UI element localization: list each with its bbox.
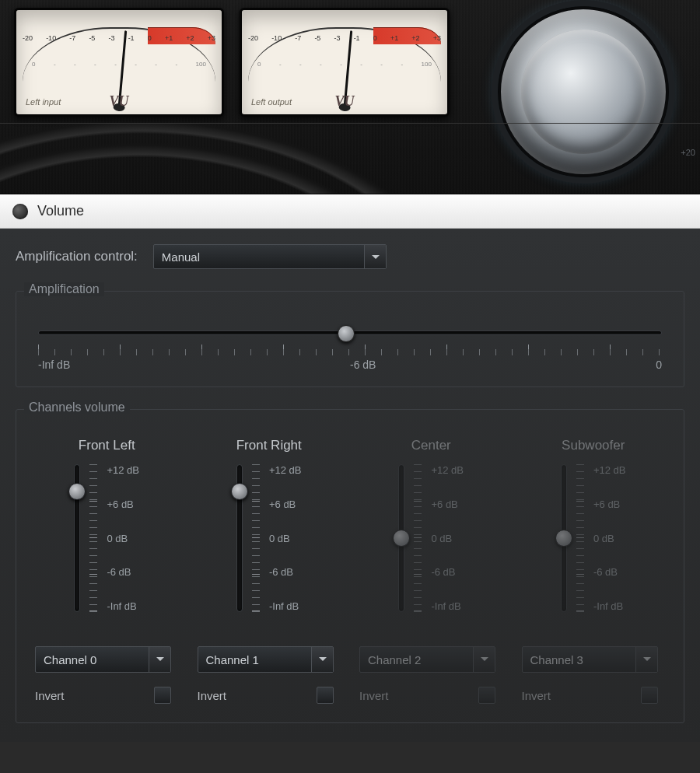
channel-0-select-value: Channel 0 xyxy=(44,653,96,666)
channel-0-invert-label: Invert xyxy=(35,689,65,702)
channels-group: Channels volume Front Left +12 dB+6 dB0 … xyxy=(16,409,684,723)
channel-3: Subwoofer +12 dB+6 dB0 dB-6 dB-Inf dB xyxy=(522,435,666,628)
chevron-down-icon xyxy=(473,647,495,672)
channel-0-name: Front Left xyxy=(79,438,135,453)
channels-group-title: Channels volume xyxy=(24,400,130,414)
channel-1-invert: Invert xyxy=(198,687,334,704)
channel-2-ticks xyxy=(414,464,422,612)
chevron-down-icon xyxy=(635,647,657,672)
channel-1: Front Right +12 dB+6 dB0 dB-6 dB-Inf dB xyxy=(198,435,341,628)
vu-right-label: VU xyxy=(334,94,354,108)
section-title: Volume xyxy=(37,203,84,219)
chevron-down-icon xyxy=(364,245,386,268)
amplification-group-title: Amplification xyxy=(24,282,104,296)
channel-0-invert-checkbox[interactable] xyxy=(154,687,171,704)
channel-2-invert-label: Invert xyxy=(359,689,389,702)
amplification-slider[interactable] xyxy=(38,331,662,335)
main-volume-knob[interactable] xyxy=(498,6,669,177)
vu-left-caption: Left input xyxy=(26,98,61,107)
volume-config: Amplification control: Manual Amplificat… xyxy=(0,229,700,742)
channel-0-thumb[interactable] xyxy=(68,483,86,500)
vu-right-scale-top: -20-10-7-5-3-10+1+2+3 xyxy=(248,35,441,42)
knob-max-label: +20 xyxy=(681,148,695,157)
channel-3-invert: Invert xyxy=(522,687,658,704)
channel-2-thumb xyxy=(393,530,410,547)
amp-control-value: Manual xyxy=(162,250,200,264)
vu-left-label: VU xyxy=(109,94,128,108)
channel-3-tick-labels: +12 dB+6 dB0 dB-6 dB-Inf dB xyxy=(593,464,626,612)
amplification-group: Amplification -Inf dB -6 dB 0 xyxy=(16,291,684,387)
amp-control-select[interactable]: Manual xyxy=(153,244,387,269)
channel-3-slider xyxy=(561,464,567,612)
channel-0-invert: Invert xyxy=(35,687,171,704)
channel-1-invert-checkbox[interactable] xyxy=(317,687,334,704)
channel-3-invert-label: Invert xyxy=(522,689,551,702)
channel-3-thumb xyxy=(555,530,572,547)
amplification-thumb[interactable] xyxy=(338,325,355,342)
channel-2-tick-labels: +12 dB+6 dB0 dB-6 dB-Inf dB xyxy=(431,464,464,612)
channel-3-ticks xyxy=(576,464,584,612)
hardware-panel: -20-10-7-5-3-10+1+2+3 0-------100 VU Lef… xyxy=(0,0,700,194)
channel-1-tick-labels: +12 dB+6 dB0 dB-6 dB-Inf dB xyxy=(269,464,302,612)
vu-right-scale-bot: 0-------100 xyxy=(257,61,432,68)
channel-3-select: Channel 3 xyxy=(522,646,658,673)
channel-2-invert-checkbox xyxy=(478,687,495,704)
channel-3-name: Subwoofer xyxy=(562,438,625,453)
vu-left-scale-top: -20-10-7-5-3-10+1+2+3 xyxy=(23,35,215,42)
channel-1-slider[interactable] xyxy=(236,464,243,612)
channel-1-thumb[interactable] xyxy=(231,483,248,500)
channel-2-invert: Invert xyxy=(359,687,495,704)
channel-2-select: Channel 2 xyxy=(359,646,495,673)
chevron-down-icon xyxy=(311,647,333,672)
channel-0-tick-labels: +12 dB+6 dB0 dB-6 dB-Inf dB xyxy=(107,464,139,612)
channel-1-invert-label: Invert xyxy=(198,689,227,702)
channel-3-select-value: Channel 3 xyxy=(530,653,583,666)
channel-2-slider xyxy=(398,464,404,612)
channel-0-select[interactable]: Channel 0 xyxy=(35,646,171,673)
vu-meter-left: -20-10-7-5-3-10+1+2+3 0-------100 VU Lef… xyxy=(14,8,224,117)
channel-1-select-value: Channel 1 xyxy=(206,653,259,666)
channel-1-select[interactable]: Channel 1 xyxy=(198,646,334,673)
amplification-ticks xyxy=(38,345,662,355)
amplification-tick-labels: -Inf dB -6 dB 0 xyxy=(38,355,662,371)
speaker-icon xyxy=(12,204,28,219)
vu-meter-right: -20-10-7-5-3-10+1+2+3 0-------100 VU Lef… xyxy=(240,8,450,117)
channel-0-slider[interactable] xyxy=(74,464,80,612)
section-header: Volume xyxy=(0,194,700,229)
channel-1-ticks xyxy=(252,464,260,612)
vu-left-scale-bot: 0-------100 xyxy=(32,61,206,68)
channel-0-ticks xyxy=(89,464,97,612)
channel-3-invert-checkbox xyxy=(641,687,658,704)
channel-2-name: Center xyxy=(411,438,451,453)
channel-2: Center +12 dB+6 dB0 dB-6 dB-Inf dB xyxy=(359,435,503,628)
channel-2-select-value: Channel 2 xyxy=(368,653,421,666)
channel-0: Front Left +12 dB+6 dB0 dB-6 dB-Inf dB xyxy=(35,435,179,628)
amp-control-label: Amplification control: xyxy=(16,249,138,264)
channel-1-name: Front Right xyxy=(236,438,302,453)
vu-right-caption: Left output xyxy=(251,98,292,107)
chevron-down-icon xyxy=(149,647,170,672)
